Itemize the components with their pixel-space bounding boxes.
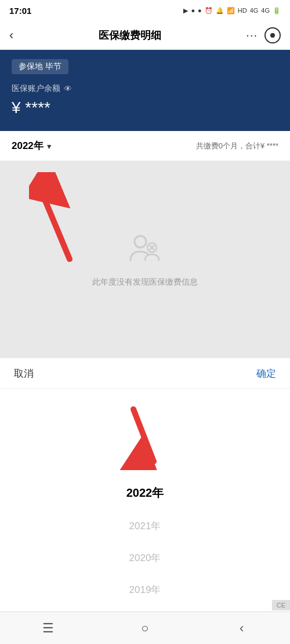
- year-option-2021[interactable]: 2021年: [0, 510, 290, 542]
- nav-right-actions: ···: [246, 27, 281, 43]
- action-bar: 取消 确定: [0, 358, 290, 389]
- red-arrow-down-indicator: [0, 389, 290, 476]
- year-picker-list: 2022年 2021年 2020年 2019年: [0, 476, 290, 612]
- alarm-icon: ⏰: [205, 7, 213, 14]
- home-icon: ○: [141, 621, 148, 636]
- wechat-icon: ●: [191, 7, 195, 14]
- nav-back-button[interactable]: ‹: [224, 617, 259, 640]
- balance-label: 医保账户余额 👁: [12, 83, 278, 94]
- svg-point-2: [135, 236, 146, 248]
- more-options-button[interactable]: ···: [246, 28, 258, 42]
- menu-icon: ☰: [42, 621, 54, 636]
- dropdown-arrow-icon: ▼: [46, 143, 53, 151]
- back-button[interactable]: ‹: [9, 28, 13, 43]
- empty-state-icon: [128, 231, 162, 270]
- target-icon[interactable]: [264, 27, 281, 43]
- payment-summary: 共缴费0个月，合计¥ ****: [196, 141, 278, 151]
- year-option-2020[interactable]: 2020年: [0, 542, 290, 574]
- svg-line-7: [133, 409, 154, 461]
- nav-bar: ‹ 医保缴费明细 ···: [0, 21, 290, 50]
- nav-menu-button[interactable]: ☰: [31, 617, 66, 640]
- status-bar: 17:01 ▶ ● ● ⏰ 🔔 📶 HD 4G 4G 🔋: [0, 0, 290, 21]
- year-option-2019[interactable]: 2019年: [0, 574, 290, 606]
- eye-icon[interactable]: 👁: [64, 84, 72, 93]
- empty-state-text: 此年度没有发现医保缴费信息: [92, 277, 198, 288]
- main-content-area: 此年度没有发现医保缴费信息: [0, 161, 290, 358]
- year-label: 2022年: [12, 139, 44, 152]
- status-time: 17:01: [9, 6, 31, 16]
- svg-line-1: [41, 190, 70, 259]
- cancel-button[interactable]: 取消: [0, 367, 145, 380]
- year-selector[interactable]: 2022年 ▼: [12, 139, 53, 152]
- year-section: 2022年 ▼ 共缴费0个月，合计¥ ****: [0, 131, 290, 161]
- nav-home-button[interactable]: ○: [128, 617, 162, 640]
- app-icon: ●: [198, 7, 202, 14]
- media-icon: ▶: [183, 7, 188, 14]
- hd-badge: HD: [238, 7, 247, 14]
- location-badge: 参保地 毕节: [12, 59, 68, 74]
- year-option-2022[interactable]: 2022年: [0, 476, 290, 510]
- battery-icon: 🔋: [273, 7, 281, 14]
- 4g-icon1: 4G: [250, 7, 259, 14]
- red-arrow-up-indicator: [29, 172, 99, 267]
- balance-amount: ¥ ****: [12, 99, 278, 117]
- back-gesture-icon: ‹: [240, 621, 244, 636]
- 4g-icon2: 4G: [261, 7, 270, 14]
- insurance-banner: 参保地 毕节 医保账户余额 👁 ¥ ****: [0, 50, 290, 131]
- volume-icon: 🔔: [216, 7, 224, 14]
- bottom-nav-bar: ☰ ○ ‹: [0, 612, 290, 644]
- page-title: 医保缴费明细: [99, 28, 161, 42]
- watermark: CE: [272, 600, 290, 610]
- status-icons: ▶ ● ● ⏰ 🔔 📶 HD 4G 4G 🔋: [183, 7, 281, 14]
- wifi-icon: 📶: [227, 7, 235, 14]
- confirm-button[interactable]: 确定: [145, 367, 290, 380]
